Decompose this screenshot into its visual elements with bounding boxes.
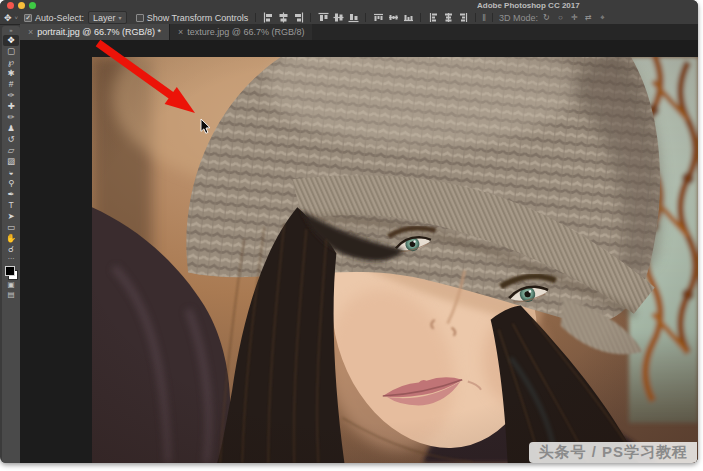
move-tool[interactable]: ✥ [3,35,19,46]
tools-panel: » ✥ ▢ ℘ ✱ # ✑ ✚ ✏ ♟ ↺ ▱ ▨ ◒ ⚲ ✒ T ➤ ▭ ✋ … [2,26,20,463]
separator [255,13,256,22]
portrait-photo[interactable] [92,57,698,463]
show-transform-checkbox[interactable] [136,14,144,22]
shape-tool[interactable]: ▭ [3,222,19,233]
watermark: 头条号 / PS学习教程 [529,442,697,463]
tab-portrait-title: portrait.jpg @ 66.7% (RGB/8) * [37,27,161,37]
dodge-tool[interactable]: ⚲ [3,178,19,189]
marquee-tool[interactable]: ▢ [3,46,19,57]
roll-3d-icon[interactable]: ○ [555,13,566,22]
show-transform-label: Show Transform Controls [147,13,249,23]
align-bottom-edges-icon[interactable] [347,12,359,23]
collapse-tools-icon[interactable]: » [9,26,12,35]
move-tool-icon[interactable]: ✥ [4,13,12,23]
scale-3d-icon[interactable]: ⌖ [597,13,608,23]
auto-select-checkbox[interactable]: ✓ [24,14,32,22]
align-vertical-centers-icon[interactable] [332,12,344,23]
close-tab-icon[interactable]: × [178,27,183,37]
clone-stamp-tool[interactable]: ♟ [3,123,19,134]
align-top-edges-icon[interactable] [317,12,329,23]
slide-3d-icon[interactable]: ⇄ [583,13,594,22]
quick-selection-tool[interactable]: ✱ [3,68,19,79]
separator [492,13,493,22]
color-swatches[interactable] [5,266,18,280]
separator [475,13,476,22]
distribute-left-edges-icon[interactable] [427,12,439,23]
quick-mask-icon[interactable]: ▣ [7,280,14,290]
hand-tool[interactable]: ✋ [3,233,19,244]
close-window-button[interactable] [7,2,14,9]
distribute-top-edges-icon[interactable] [372,12,384,23]
path-selection-tool[interactable]: ➤ [3,211,19,222]
foreground-color-swatch[interactable] [5,266,15,276]
crop-tool[interactable]: # [3,79,19,90]
edit-toolbar-icon[interactable]: ⋯ [8,255,15,264]
minimize-window-button[interactable] [18,2,25,9]
distribute-right-edges-icon[interactable] [457,12,469,23]
distribute-horizontal-centers-icon[interactable] [442,12,454,23]
align-left-edges-icon[interactable] [262,12,274,23]
photoshop-window: Adobe Photoshop CC 2017 ✥ ˅ ✓ Auto-Selec… [0,0,698,463]
tab-portrait[interactable]: × portrait.jpg @ 66.7% (RGB/8) * [20,24,169,40]
auto-select-target-value: Layer [93,13,116,23]
zoom-tool[interactable]: ☌ [3,244,19,255]
drag-3d-icon[interactable]: ✛ [569,13,580,22]
title-bar: Adobe Photoshop CC 2017 [0,0,698,11]
chevron-down-icon: ▾ [119,14,122,21]
options-bar: ✥ ˅ ✓ Auto-Select: Layer ▾ Show Transfor… [0,11,698,25]
history-brush-tool[interactable]: ↺ [3,134,19,145]
distribute-spacing-icon[interactable]: ‖ [482,13,486,23]
lasso-tool[interactable]: ℘ [3,57,19,68]
eraser-tool[interactable]: ▱ [3,145,19,156]
close-tab-icon[interactable]: × [28,27,33,37]
brush-tool[interactable]: ✏ [3,112,19,123]
document-canvas[interactable]: 头条号 / PS学习教程 [20,40,698,463]
maximize-window-button[interactable] [29,2,36,9]
tool-preset-chevron-icon[interactable]: ˅ [15,15,19,21]
screen-mode-icon[interactable]: ▤ [7,290,14,300]
gradient-tool[interactable]: ▨ [3,156,19,167]
document-tab-bar: × portrait.jpg @ 66.7% (RGB/8) * × textu… [20,24,698,40]
distribute-bottom-edges-icon[interactable] [402,12,414,23]
separator [365,13,366,22]
align-right-edges-icon[interactable] [292,12,304,23]
window-title: Adobe Photoshop CC 2017 [477,1,580,10]
type-tool[interactable]: T [3,200,19,211]
blur-tool[interactable]: ◒ [3,167,19,178]
tab-texture-title: texture.jpg @ 66.7% (RGB/8) [187,27,304,37]
tab-texture[interactable]: × texture.jpg @ 66.7% (RGB/8) [169,24,312,40]
separator [420,13,421,22]
orbit-3d-icon[interactable]: ↻ [541,13,552,22]
spot-healing-brush-tool[interactable]: ✚ [3,101,19,112]
auto-select-target-dropdown[interactable]: Layer ▾ [88,11,127,24]
distribute-vertical-centers-icon[interactable] [387,12,399,23]
align-horizontal-centers-icon[interactable] [277,12,289,23]
separator [310,13,311,22]
3d-mode-label: 3D Mode: [499,13,538,23]
portrait-photo-art [92,57,698,463]
pen-tool[interactable]: ✒ [3,189,19,200]
eyedropper-tool[interactable]: ✑ [3,90,19,101]
auto-select-label: Auto-Select: [35,13,84,23]
